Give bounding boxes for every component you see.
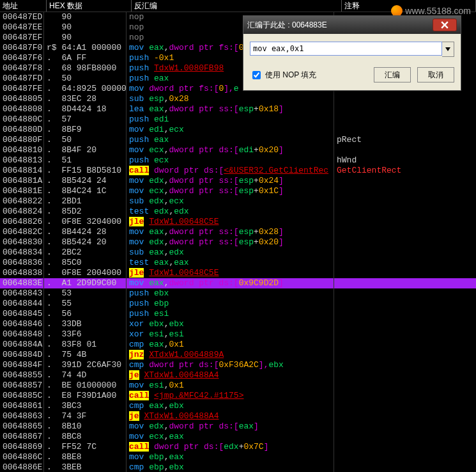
comment-cell xyxy=(334,258,476,268)
table-row[interactable]: 0064880F. 50push eaxpRect xyxy=(0,135,476,145)
table-row[interactable]: 0064881E. 8B4C24 1Cmov ecx,dword ptr ss:… xyxy=(0,186,476,196)
hex-cell: . FF52 7C xyxy=(44,442,127,452)
addr-cell: 0064880C xyxy=(0,114,44,125)
disasm-cell: je XTdxW1.006488A4 xyxy=(127,411,334,421)
disasm-cell: call dword ptr ds:[<&USER32.GetClientRec xyxy=(127,166,334,176)
comment-cell xyxy=(334,391,476,401)
table-row[interactable]: 0064886C. 8BE8mov ebp,eax xyxy=(0,452,476,462)
comment-cell xyxy=(334,309,476,319)
hex-cell: . 68 98FB8000 xyxy=(44,63,127,74)
hex-cell: . 50 xyxy=(44,74,127,84)
addr-cell: 0064883E xyxy=(0,278,44,288)
dialog-title: 汇编于此处 : 0064883E xyxy=(247,20,327,30)
hex-cell: . 83EC 28 xyxy=(44,94,127,104)
table-row[interactable]: 0064883E. A1 2D9D9C00mov eax,dword ptr d… xyxy=(0,278,476,288)
addr-cell: 00648846 xyxy=(0,319,44,329)
comment-cell xyxy=(334,350,476,360)
table-row[interactable]: 00648846. 33DBxor ebx,ebx xyxy=(0,319,476,329)
addr-cell: 00648867 xyxy=(0,432,44,442)
table-row[interactable]: 00648822. 2BD1sub edx,ecx xyxy=(0,196,476,207)
addr-cell: 0064881A xyxy=(0,176,44,186)
table-row[interactable]: 0064884F. 391D 2C6AF30cmp dword ptr ds:[… xyxy=(0,360,476,370)
comment-cell xyxy=(334,104,476,114)
hex-cell: . 0F8E 2004000 xyxy=(44,268,127,278)
table-row[interactable]: 0064886E. 3BEBcmp ebp,ebx xyxy=(0,462,476,472)
addr-cell: 00648843 xyxy=(0,288,44,299)
table-row[interactable]: 00648857. BE 01000000mov esi,0x1 xyxy=(0,381,476,391)
comment-cell xyxy=(334,421,476,432)
table-row[interactable]: 0064881A. 8B5424 24mov edx,dword ptr ss:… xyxy=(0,176,476,186)
disasm-cell: mov eax,dword ptr ds:[0x9C9D2D] xyxy=(127,278,334,288)
asm-input[interactable] xyxy=(250,42,442,56)
table-row[interactable]: 00648861. 3BC3cmp eax,ebx xyxy=(0,401,476,411)
table-row[interactable]: 0064884A. 83F8 01cmp eax,0x1 xyxy=(0,340,476,350)
addr-cell: 00648813 xyxy=(0,155,44,166)
col-disasm: 反汇编 xyxy=(132,0,342,12)
table-row[interactable]: 00648810. 8B4F 20mov ecx,dword ptr ds:[e… xyxy=(0,145,476,155)
table-row[interactable]: 00648824. 85D2test edx,edx xyxy=(0,207,476,217)
table-row[interactable]: 00648826. 0F8E 3204000jle TdxW1.00648C5E xyxy=(0,217,476,227)
addr-cell: 00648838 xyxy=(0,268,44,278)
disasm-cell: push eax xyxy=(127,135,334,145)
hex-cell: . 8BE8 xyxy=(44,452,127,462)
table-row[interactable]: 00648836. 85C0test eax,eax xyxy=(0,258,476,268)
hex-cell: . 57 xyxy=(44,114,127,125)
disasm-cell: cmp eax,0x1 xyxy=(127,340,334,350)
nop-fill-checkbox[interactable] xyxy=(252,71,261,79)
addr-cell: 0064886E xyxy=(0,462,44,472)
disasm-cell: mov edx,dword ptr ds:[eax] xyxy=(127,421,334,432)
hex-cell: . 8BF9 xyxy=(44,125,127,135)
disasm-cell: mov eax,dword ptr ss:[esp+0x28] xyxy=(127,227,334,237)
dialog-titlebar[interactable]: 汇编于此处 : 0064883E xyxy=(243,16,461,34)
addr-cell: 006487EE xyxy=(0,22,44,33)
hex-cell: . 75 4B xyxy=(44,350,127,360)
hex-cell: . 8B5424 24 xyxy=(44,176,127,186)
addr-cell: 006487F0 xyxy=(0,43,44,53)
hex-cell: . BE 01000000 xyxy=(44,381,127,391)
table-row[interactable]: 0064884D. 75 4Bjnz XTdxW1.0064889A xyxy=(0,350,476,360)
addr-cell: 00648826 xyxy=(0,217,44,227)
table-row[interactable]: 00648808. 8D4424 18lea eax,dword ptr ss:… xyxy=(0,104,476,114)
addr-cell: 00648830 xyxy=(0,237,44,248)
table-row[interactable]: 00648813. 51push ecxhWnd xyxy=(0,155,476,166)
table-row[interactable]: 00648855. 74 4Dje XTdxW1.006488A4 xyxy=(0,370,476,381)
assemble-button[interactable]: 汇编 xyxy=(374,67,411,83)
addr-cell: 006487F6 xyxy=(0,53,44,63)
table-row[interactable]: 00648844. 55push ebp xyxy=(0,299,476,309)
close-button[interactable] xyxy=(433,19,457,31)
table-row[interactable]: 0064885C. E8 F39D1A00call <jmp.&MFC42.#1… xyxy=(0,391,476,401)
table-row[interactable]: 00648805. 83EC 28sub esp,0x28 xyxy=(0,94,476,104)
hex-cell: . 8B5424 20 xyxy=(44,237,127,248)
comment-cell xyxy=(334,381,476,391)
table-row[interactable]: 00648848. 33F6xor esi,esi xyxy=(0,329,476,340)
table-row[interactable]: 0064880C. 57push edi xyxy=(0,114,476,125)
table-row[interactable]: 00648843. 53push ebx xyxy=(0,288,476,299)
column-headers: 地址 HEX 数据 反汇编 注释 xyxy=(0,0,476,12)
comment-cell xyxy=(334,186,476,196)
table-row[interactable]: 00648863. 74 3Fje XTdxW1.006488A4 xyxy=(0,411,476,421)
comment-cell xyxy=(334,462,476,472)
hex-cell: 90 xyxy=(44,12,127,22)
cancel-button[interactable]: 取消 xyxy=(417,67,454,83)
table-row[interactable]: 0064882C. 8B4424 28mov eax,dword ptr ss:… xyxy=(0,227,476,237)
table-row[interactable]: 00648867. 8BC8mov ecx,eax xyxy=(0,432,476,442)
hex-cell: . 3BC3 xyxy=(44,401,127,411)
dropdown-button[interactable] xyxy=(442,42,454,57)
table-row[interactable]: 0064880D. 8BF9mov edi,ecx xyxy=(0,125,476,135)
nop-fill-option[interactable]: 使用 NOP 填充 xyxy=(250,69,316,81)
addr-cell: 00648836 xyxy=(0,258,44,268)
col-addr: 地址 xyxy=(0,0,47,12)
table-row[interactable]: 00648869. FF52 7Ccall dword ptr ds:[edx+… xyxy=(0,442,476,452)
comment-cell xyxy=(334,340,476,350)
table-row[interactable]: 00648834. 2BC2sub eax,edx xyxy=(0,248,476,258)
table-row[interactable]: 00648838. 0F8E 2004000jle TdxW1.00648C5E xyxy=(0,268,476,278)
table-row[interactable]: 00648865. 8B10mov edx,dword ptr ds:[eax] xyxy=(0,421,476,432)
addr-cell: 00648805 xyxy=(0,94,44,104)
hex-cell: . 8BC8 xyxy=(44,432,127,442)
addr-cell: 006487ED xyxy=(0,12,44,22)
table-row[interactable]: 00648814. FF15 B8D5810call dword ptr ds:… xyxy=(0,166,476,176)
table-row[interactable]: 00648845. 56push esi xyxy=(0,309,476,319)
table-row[interactable]: 00648830. 8B5424 20mov edx,dword ptr ss:… xyxy=(0,237,476,248)
addr-cell: 00648865 xyxy=(0,421,44,432)
disasm-cell: xor ebx,ebx xyxy=(127,319,334,329)
